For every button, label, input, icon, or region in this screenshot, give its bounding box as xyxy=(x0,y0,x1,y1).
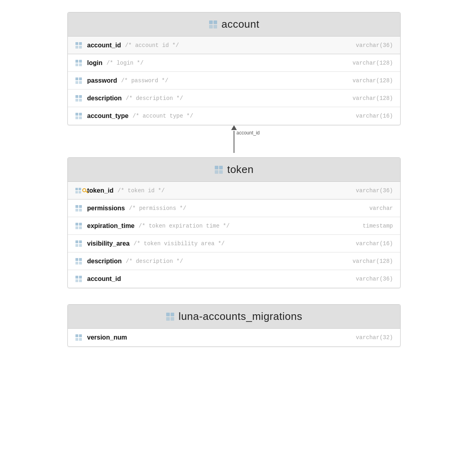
svg-rect-0 xyxy=(209,20,213,24)
svg-rect-26 xyxy=(215,170,218,174)
field-type: varchar(36) xyxy=(356,42,393,49)
svg-rect-1 xyxy=(214,20,217,24)
col-icon xyxy=(75,204,84,213)
table-row-permissions[interactable]: permissions /* permissions */ varchar xyxy=(68,199,400,217)
svg-rect-57 xyxy=(166,317,170,321)
svg-rect-35 xyxy=(75,205,78,208)
field-comment: /* token expiration time */ xyxy=(138,223,230,229)
svg-rect-56 xyxy=(171,313,174,316)
svg-rect-61 xyxy=(75,338,78,341)
field-name: account_id xyxy=(87,275,121,283)
table-row-login[interactable]: login /* login */ varchar(128) xyxy=(68,54,400,72)
arrow-head xyxy=(231,125,237,130)
field-type: varchar(128) xyxy=(352,95,393,102)
svg-rect-13 xyxy=(79,77,82,80)
svg-rect-45 xyxy=(75,244,78,247)
field-name: account_type xyxy=(87,112,128,120)
svg-rect-9 xyxy=(79,60,82,63)
table-luna-accounts_migrations: luna-accounts_migrations version_num var… xyxy=(67,304,401,347)
table-row-account_id[interactable]: account_id varchar(36) xyxy=(68,270,400,288)
svg-rect-15 xyxy=(79,81,82,84)
svg-rect-2 xyxy=(209,25,213,28)
svg-rect-55 xyxy=(166,313,170,316)
table-header-luna-accounts_migrations[interactable]: luna-accounts_migrations xyxy=(68,305,400,329)
svg-rect-8 xyxy=(75,60,78,63)
table-row-description[interactable]: description /* description */ varchar(12… xyxy=(68,90,400,107)
col-icon xyxy=(75,94,84,103)
svg-rect-42 xyxy=(79,226,82,229)
field-type: timestamp xyxy=(362,223,393,229)
svg-rect-20 xyxy=(75,113,78,116)
field-type: varchar(36) xyxy=(356,276,393,282)
field-name: visibility_area xyxy=(87,240,130,247)
table-header-account[interactable]: account xyxy=(68,12,400,37)
field-type: varchar(128) xyxy=(352,60,393,66)
table-token: token token_id /* token id */ varchar(36… xyxy=(67,157,401,288)
svg-rect-5 xyxy=(79,42,82,45)
field-name: password xyxy=(87,77,117,84)
table-row-version_num[interactable]: version_num varchar(32) xyxy=(68,329,400,346)
svg-rect-27 xyxy=(219,170,223,174)
table-row-account_id[interactable]: account_id /* account id */ varchar(36) xyxy=(68,37,400,54)
field-name: token_id xyxy=(87,187,114,194)
svg-rect-58 xyxy=(171,317,174,321)
svg-rect-17 xyxy=(79,95,82,98)
key-icon xyxy=(75,186,84,195)
field-name: expiration_time xyxy=(87,222,134,230)
field-name: description xyxy=(87,95,122,102)
table-row-password[interactable]: password /* password */ varchar(128) xyxy=(68,72,400,90)
table-grid-icon xyxy=(214,165,223,174)
svg-rect-59 xyxy=(75,334,78,337)
table-row-visibility_area[interactable]: visibility_area /* token visibility area… xyxy=(68,235,400,252)
field-name: version_num xyxy=(87,334,127,341)
table-row-description[interactable]: description /* description */ varchar(12… xyxy=(68,252,400,270)
field-name: account_id xyxy=(87,42,121,49)
svg-rect-47 xyxy=(75,258,78,261)
col-icon xyxy=(75,333,84,342)
col-icon xyxy=(75,222,84,230)
table-title: account xyxy=(222,18,260,31)
col-icon xyxy=(75,76,84,85)
svg-rect-40 xyxy=(79,223,82,226)
svg-rect-14 xyxy=(75,81,78,84)
fk-label: account_id xyxy=(236,130,260,136)
svg-rect-29 xyxy=(79,187,81,190)
table-row-token_id[interactable]: token_id /* token id */ varchar(36) xyxy=(68,182,400,199)
svg-rect-60 xyxy=(79,334,82,337)
svg-rect-37 xyxy=(75,209,78,212)
svg-rect-11 xyxy=(79,63,82,66)
svg-rect-12 xyxy=(75,77,78,80)
svg-rect-48 xyxy=(79,258,82,261)
svg-rect-49 xyxy=(75,262,78,264)
svg-rect-52 xyxy=(79,276,82,279)
field-comment: /* password */ xyxy=(121,77,169,84)
svg-rect-23 xyxy=(79,116,82,119)
svg-rect-19 xyxy=(79,99,82,102)
relationship-connector: account_id xyxy=(67,125,401,157)
svg-rect-21 xyxy=(79,113,82,116)
field-name: login xyxy=(87,59,102,67)
svg-rect-30 xyxy=(75,191,78,193)
svg-rect-46 xyxy=(79,244,82,247)
svg-rect-44 xyxy=(79,240,82,243)
svg-rect-50 xyxy=(79,262,82,264)
field-type: varchar(128) xyxy=(352,258,393,264)
col-icon xyxy=(75,41,84,50)
col-icon xyxy=(75,239,84,248)
svg-rect-24 xyxy=(215,166,218,169)
field-type: varchar(16) xyxy=(356,113,393,119)
svg-point-32 xyxy=(83,189,86,192)
svg-rect-38 xyxy=(79,209,82,212)
field-comment: /* account type */ xyxy=(132,113,193,119)
table-row-expiration_time[interactable]: expiration_time /* token expiration time… xyxy=(68,217,400,235)
table-header-token[interactable]: token xyxy=(68,158,400,182)
svg-rect-28 xyxy=(75,187,78,190)
table-grid-icon xyxy=(166,312,175,321)
svg-rect-43 xyxy=(75,240,78,243)
svg-rect-22 xyxy=(75,116,78,119)
svg-rect-6 xyxy=(75,46,78,49)
svg-rect-39 xyxy=(75,223,78,226)
table-row-account_type[interactable]: account_type /* account type */ varchar(… xyxy=(68,107,400,125)
svg-rect-53 xyxy=(75,279,78,282)
svg-rect-18 xyxy=(75,99,78,102)
